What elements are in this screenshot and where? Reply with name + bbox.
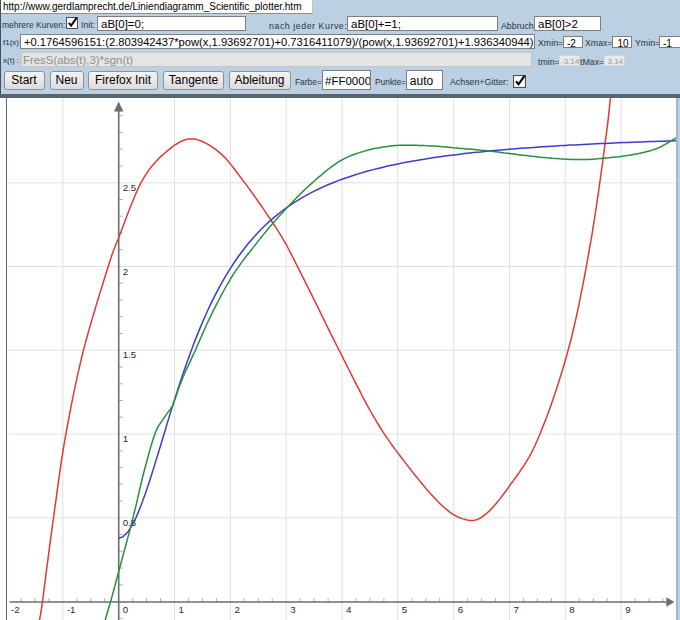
svg-text:2: 2: [234, 604, 239, 615]
svg-text:0: 0: [123, 604, 129, 615]
svg-text:9: 9: [625, 604, 630, 615]
svg-text:8: 8: [569, 604, 574, 615]
svg-text:1: 1: [179, 604, 184, 615]
svg-text:-2: -2: [11, 604, 20, 615]
svg-text:2.5: 2.5: [123, 182, 136, 193]
svg-text:6: 6: [458, 604, 463, 615]
svg-text:2: 2: [123, 266, 128, 277]
svg-text:1: 1: [123, 433, 128, 444]
svg-text:-1: -1: [67, 604, 76, 615]
svg-text:5: 5: [402, 604, 407, 615]
svg-text:4: 4: [346, 604, 352, 615]
svg-text:1.5: 1.5: [123, 349, 136, 360]
svg-text:3: 3: [290, 604, 295, 615]
svg-text:7: 7: [514, 604, 519, 615]
